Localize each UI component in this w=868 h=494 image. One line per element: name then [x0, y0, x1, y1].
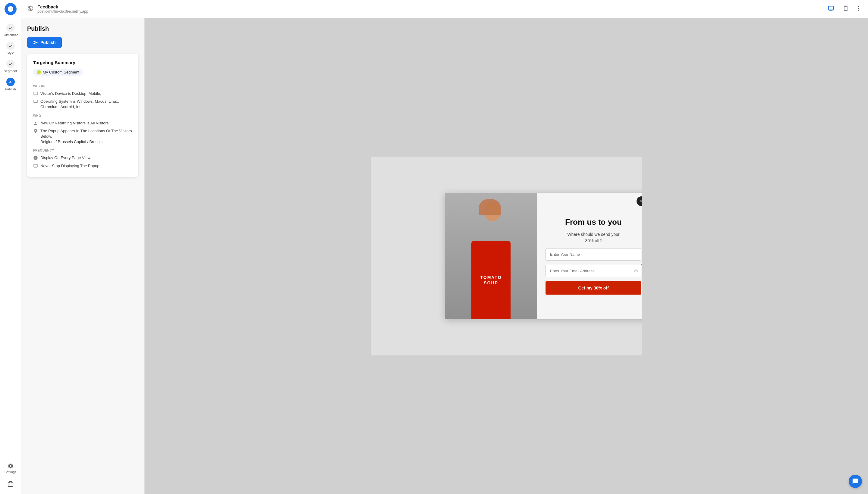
targeting-device-text: Visitor's Device is Desktop, Mobile, [40, 91, 101, 96]
email-input-wrapper: * ✉ [546, 265, 641, 277]
publish-button[interactable]: Publish [27, 37, 62, 48]
desktop-view-button[interactable] [826, 3, 836, 15]
publish-step-number: 4 [10, 80, 12, 84]
popup-modal: TOMATO SOUP From us to you Where should … [445, 193, 642, 319]
segment-badge[interactable]: ⚡ My Custom Segment [33, 69, 83, 76]
segment-dot-icon: ⚡ [37, 70, 41, 74]
targeting-os-text: Operating System is Windows, Macos, Linu… [40, 99, 132, 110]
sidebar-step-customize-label: Customize [3, 33, 18, 37]
main-area: Feedback poetic-muffin-cbc3ee.netlify.ap… [21, 0, 868, 494]
popup-subtext: Where should we send your30% off? [546, 231, 641, 244]
targeting-item-frequency2: Never Stop Displaying The Popup [33, 163, 132, 169]
panel-title: Publish [27, 25, 138, 32]
sidebar-settings[interactable]: Settings [3, 460, 18, 477]
targeting-item-location: The Popup Appears In The Locations Of Th… [33, 128, 132, 145]
more-options-icon[interactable] [855, 5, 862, 13]
popup-image-side: TOMATO SOUP [445, 193, 537, 319]
targeting-location-text: The Popup Appears In The Locations Of Th… [40, 128, 132, 145]
targeting-frequency1-text: Display On Every Page View. [40, 155, 91, 160]
where-label: WHERE [33, 84, 132, 88]
sidebar-step-segment[interactable]: Segment [0, 57, 21, 75]
who-label: WHO [33, 114, 132, 117]
publish-button-label: Publish [40, 40, 56, 45]
frequency-label: FREQUENCY [33, 149, 132, 152]
email-icon: ✉ [634, 268, 638, 274]
required-star: * [641, 264, 642, 267]
mobile-view-button[interactable] [841, 4, 851, 14]
sidebar-step-segment-label: Segment [4, 69, 17, 73]
email-input[interactable] [546, 265, 641, 277]
topbar-site-info: Feedback poetic-muffin-cbc3ee.netlify.ap… [37, 4, 88, 14]
cta-button[interactable]: Get my 30% off [546, 281, 641, 294]
app-logo[interactable] [4, 3, 17, 15]
svg-point-2 [845, 10, 846, 11]
targeting-item-device: Visitor's Device is Desktop, Mobile, [33, 91, 132, 96]
publish-panel: Publish Publish Targeting Summary ⚡ My C… [21, 18, 145, 494]
sidebar: Customize Style Segment 4 Publish Settin… [0, 0, 21, 494]
svg-point-1 [831, 10, 831, 11]
close-icon: × [640, 198, 642, 204]
topbar: Feedback poetic-muffin-cbc3ee.netlify.ap… [21, 0, 868, 18]
sidebar-step-style[interactable]: Style [0, 39, 21, 57]
globe-icon [27, 5, 34, 13]
sidebar-briefcase[interactable] [5, 478, 16, 491]
sidebar-step-publish[interactable]: 4 Publish [0, 75, 21, 93]
name-input[interactable] [546, 248, 641, 261]
popup-image-text2: SOUP [484, 281, 498, 285]
popup-heading: From us to you [546, 217, 641, 227]
topbar-center [826, 3, 862, 15]
topbar-subtitle: poetic-muffin-cbc3ee.netlify.app [37, 10, 88, 14]
sidebar-settings-label: Settings [4, 470, 17, 474]
targeting-card: Targeting Summary ⚡ My Custom Segment WH… [27, 54, 138, 177]
sidebar-step-publish-label: Publish [5, 87, 16, 91]
sidebar-step-customize[interactable]: Customize [0, 21, 21, 39]
sidebar-step-style-label: Style [7, 51, 14, 55]
targeting-visitors-text: New Or Returning Visitors is All Visitor… [40, 120, 109, 126]
topbar-left: Feedback poetic-muffin-cbc3ee.netlify.ap… [27, 4, 88, 14]
targeting-item-os: Operating System is Windows, Macos, Linu… [33, 99, 132, 110]
cta-button-label: Get my 30% off [578, 286, 609, 290]
content-area: Publish Publish Targeting Summary ⚡ My C… [21, 18, 868, 494]
topbar-title: Feedback [37, 4, 88, 10]
targeting-frequency2-text: Never Stop Displaying The Popup [40, 163, 99, 169]
popup-image-text1: TOMATO [480, 275, 501, 280]
targeting-item-visitors: New Or Returning Visitors is All Visitor… [33, 120, 132, 126]
chat-bubble-button[interactable] [849, 475, 862, 488]
targeting-title: Targeting Summary [33, 60, 132, 65]
targeting-item-frequency1: Display On Every Page View. [33, 155, 132, 160]
popup-content-side: From us to you Where should we send your… [537, 193, 642, 319]
preview-area: TOMATO SOUP From us to you Where should … [145, 18, 868, 494]
preview-window: TOMATO SOUP From us to you Where should … [371, 157, 642, 356]
segment-name: My Custom Segment [43, 70, 79, 74]
